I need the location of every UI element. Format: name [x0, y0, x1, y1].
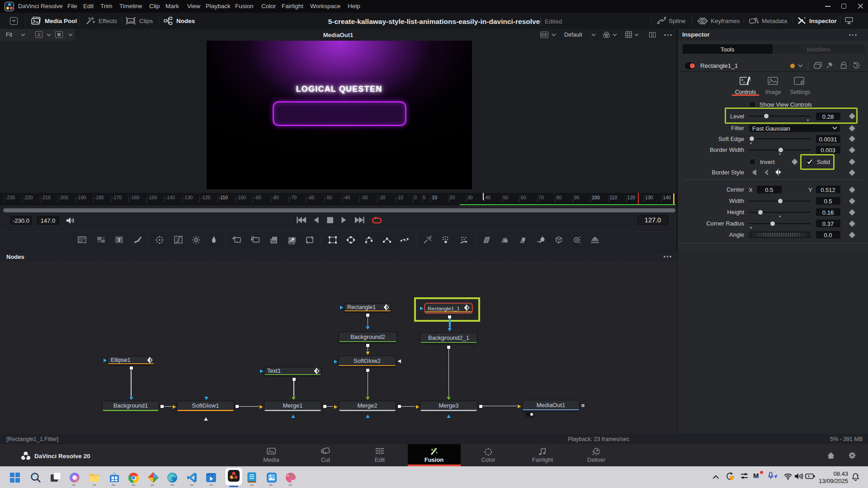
svg-text:T: T [522, 236, 525, 242]
svg-text:z: z [857, 474, 859, 477]
svg-text:T: T [117, 237, 121, 243]
